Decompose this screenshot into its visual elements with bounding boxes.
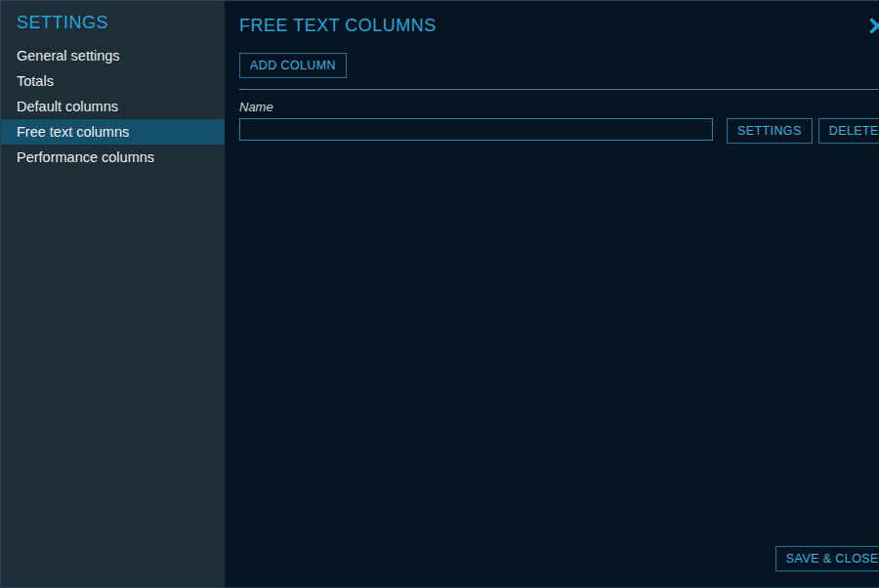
sidebar-item-default-columns[interactable]: Default columns: [1, 94, 225, 119]
add-column-button[interactable]: ADD COLUMN: [239, 53, 347, 78]
page-title: FREE TEXT COLUMNS: [239, 14, 437, 36]
settings-dialog: SETTINGS General settings Totals Default…: [0, 0, 879, 588]
sidebar-item-totals[interactable]: Totals: [1, 68, 225, 94]
save-close-button[interactable]: SAVE & CLOSE: [775, 546, 879, 571]
divider: [239, 89, 879, 90]
content-spacer: [239, 144, 879, 546]
delete-button[interactable]: DELETE: [818, 118, 879, 144]
sidebar-item-free-text-columns[interactable]: Free text columns: [1, 119, 225, 145]
sidebar-item-performance-columns[interactable]: Performance columns: [1, 145, 225, 170]
sidebar: SETTINGS General settings Totals Default…: [1, 1, 225, 587]
close-button[interactable]: [865, 14, 879, 38]
main-panel: FREE TEXT COLUMNS ADD COLUMN Name SETTIN…: [225, 1, 879, 587]
sidebar-item-general-settings[interactable]: General settings: [1, 43, 225, 68]
column-row: SETTINGS DELETE: [239, 118, 879, 144]
name-label: Name: [239, 100, 879, 114]
sidebar-nav: General settings Totals Default columns …: [1, 43, 225, 170]
sidebar-title: SETTINGS: [1, 13, 225, 33]
settings-button[interactable]: SETTINGS: [727, 118, 813, 144]
main-header: FREE TEXT COLUMNS: [239, 14, 879, 38]
name-input[interactable]: [239, 118, 713, 141]
close-icon: [867, 24, 879, 39]
